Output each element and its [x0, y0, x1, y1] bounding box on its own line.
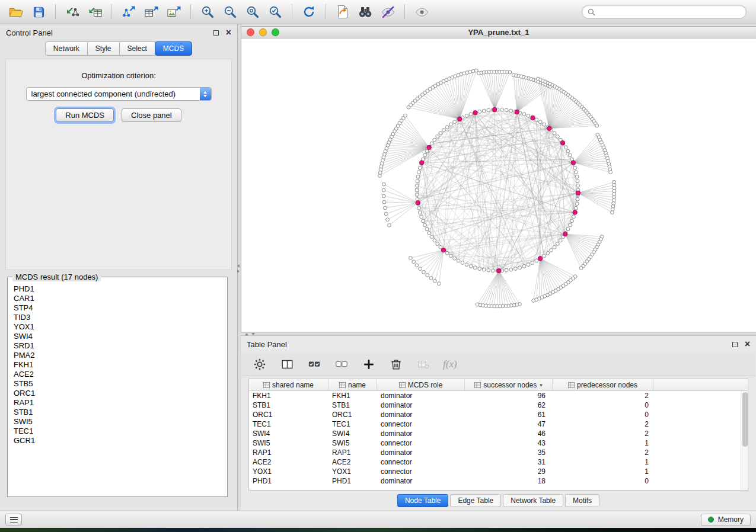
network-node[interactable] [509, 109, 513, 113]
network-node[interactable] [430, 235, 433, 239]
table-row[interactable]: TEC1TEC1connector472 [249, 419, 741, 429]
network-node[interactable] [449, 254, 452, 258]
network-node[interactable] [553, 132, 556, 135]
network-hub-node[interactable] [571, 161, 575, 165]
zoom-in-button[interactable] [197, 2, 218, 21]
network-leaf-node[interactable] [386, 218, 390, 222]
network-hub-node[interactable] [573, 210, 577, 214]
network-node[interactable] [453, 120, 457, 124]
table-row[interactable]: YOX1YOX1connector291 [249, 467, 741, 476]
network-node[interactable] [500, 108, 504, 111]
network-node[interactable] [535, 118, 538, 121]
float-window-icon[interactable] [213, 30, 219, 36]
open-file-button[interactable] [6, 2, 26, 21]
network-node[interactable] [522, 113, 526, 116]
export-network-button[interactable] [119, 2, 139, 21]
status-list-button[interactable] [5, 514, 22, 525]
network-node[interactable] [417, 206, 421, 210]
hide-annotations-button[interactable] [378, 2, 398, 21]
tab-style[interactable]: Style [87, 41, 120, 56]
network-node[interactable] [572, 215, 576, 219]
network-hub-node[interactable] [458, 117, 462, 121]
table-row[interactable]: RAP1RAP1dominator352 [249, 448, 741, 457]
table-row[interactable]: STB1STB1dominator620 [249, 400, 741, 410]
mcds-result-item[interactable]: TID3 [14, 313, 225, 322]
tab-select[interactable]: Select [119, 41, 155, 56]
network-node[interactable] [416, 175, 420, 178]
network-leaf-node[interactable] [388, 223, 391, 227]
tab-edge-table[interactable]: Edge Table [450, 494, 501, 507]
tab-motifs[interactable]: Motifs [565, 494, 599, 507]
table-row[interactable]: SWI4SWI4dominator462 [249, 429, 741, 438]
mcds-result-item[interactable]: STB5 [14, 379, 225, 389]
table-row[interactable]: PHD1PHD1dominator180 [249, 476, 741, 486]
network-node[interactable] [415, 188, 419, 192]
network-hub-node[interactable] [493, 107, 497, 111]
tab-node-table[interactable]: Node Table [397, 494, 449, 507]
network-node[interactable] [546, 251, 550, 255]
column-header-MCDS-role[interactable]: MCDS role [377, 379, 465, 390]
network-hub-node[interactable] [427, 145, 431, 149]
network-hub-node[interactable] [576, 191, 580, 195]
network-hub-node[interactable] [547, 126, 551, 130]
mcds-result-item[interactable]: STP4 [14, 303, 225, 313]
network-node[interactable] [482, 109, 486, 113]
network-node[interactable] [553, 245, 556, 249]
network-hub-node[interactable] [531, 116, 535, 120]
network-node[interactable] [569, 153, 572, 157]
mcds-result-item[interactable]: FKH1 [14, 360, 225, 370]
network-node[interactable] [527, 114, 530, 118]
table-row[interactable]: SWI5SWI5connector431 [249, 438, 741, 448]
column-header-name[interactable]: name [328, 379, 377, 390]
network-node[interactable] [509, 268, 513, 271]
maximize-window-button[interactable] [272, 28, 279, 36]
network-hub-node[interactable] [560, 140, 564, 145]
network-node[interactable] [442, 129, 446, 132]
network-hub-node[interactable] [473, 111, 477, 115]
network-node[interactable] [518, 266, 522, 270]
network-leaf-node[interactable] [382, 194, 385, 198]
network-leaf-node[interactable] [412, 260, 416, 264]
network-node[interactable] [543, 123, 546, 126]
network-node[interactable] [487, 108, 490, 112]
network-leaf-node[interactable] [404, 114, 407, 117]
mcds-result-item[interactable]: STB1 [14, 408, 225, 417]
network-node[interactable] [570, 219, 574, 223]
network-node[interactable] [576, 197, 579, 201]
network-node[interactable] [575, 202, 579, 206]
share-document-button[interactable] [333, 2, 353, 21]
network-node[interactable] [543, 254, 546, 258]
network-node[interactable] [418, 211, 422, 214]
network-leaf-node[interactable] [378, 171, 382, 175]
network-node[interactable] [457, 259, 460, 262]
network-hub-node[interactable] [515, 110, 519, 114]
network-leaf-node[interactable] [382, 182, 385, 186]
column-header-shared-name[interactable]: shared name [249, 379, 328, 390]
network-node[interactable] [425, 227, 429, 231]
mcds-result-item[interactable]: SRD1 [14, 341, 225, 351]
network-leaf-node[interactable] [382, 200, 386, 204]
network-leaf-node[interactable] [433, 279, 437, 283]
network-leaf-node[interactable] [438, 282, 441, 286]
column-header-predecessor-nodes[interactable]: predecessor nodes [553, 379, 653, 390]
network-leaf-node[interactable] [476, 303, 479, 306]
export-image-button[interactable] [164, 2, 184, 21]
mcds-result-item[interactable]: SWI5 [14, 417, 225, 427]
network-node[interactable] [422, 219, 425, 223]
network-node[interactable] [513, 267, 517, 271]
network-leaf-node[interactable] [426, 274, 429, 277]
network-node[interactable] [575, 175, 579, 178]
network-leaf-node[interactable] [415, 264, 419, 267]
mcds-result-item[interactable]: ACE2 [14, 370, 225, 379]
search-box[interactable] [582, 5, 747, 19]
network-node[interactable] [535, 259, 538, 262]
table-scrollbar-thumb[interactable] [742, 392, 748, 447]
network-leaf-node[interactable] [429, 277, 433, 280]
zoom-fit-button[interactable] [243, 2, 263, 21]
table-row[interactable]: ORC1ORC1dominator610 [249, 410, 741, 419]
network-node[interactable] [465, 114, 468, 118]
network-node[interactable] [439, 132, 442, 135]
network-hub-node[interactable] [416, 201, 420, 205]
network-leaf-node[interactable] [409, 257, 413, 260]
table-scrollbar[interactable] [741, 391, 748, 490]
